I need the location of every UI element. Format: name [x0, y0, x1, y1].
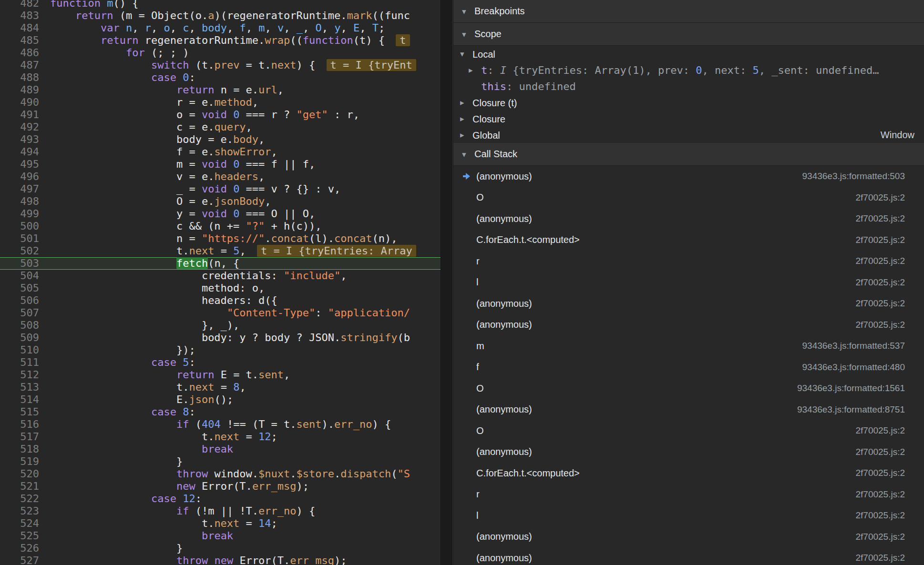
call-stack-frame[interactable]: (anonymous)2f70025.js:2	[453, 526, 924, 548]
code-line-text[interactable]: O = e.jsonBody,	[39, 195, 271, 208]
code-line-text[interactable]: c = e.query,	[39, 121, 252, 133]
code-line-text[interactable]: t.next = 12;	[39, 431, 277, 443]
line-number[interactable]: 503	[0, 257, 39, 270]
code-line-text[interactable]: headers: d({	[39, 294, 277, 307]
code-line-text[interactable]: case 0:	[39, 71, 195, 84]
call-stack-frame[interactable]: (anonymous)2f70025.js:2	[453, 442, 924, 463]
code-line-text[interactable]: case 12:	[39, 493, 202, 505]
code-line-text[interactable]: fetch(n, {	[39, 257, 239, 270]
line-number[interactable]: 504	[0, 270, 39, 282]
line-number[interactable]: 526	[0, 542, 39, 555]
line-number[interactable]: 496	[0, 171, 39, 183]
code-line-text[interactable]: y = void 0 === O || O,	[39, 208, 315, 220]
scope-row[interactable]: ▸Closure (t)	[453, 94, 924, 111]
code-line-text[interactable]: _ = void 0 === v ? {} : v,	[39, 183, 340, 195]
code-line-text[interactable]: var n, r, o, c, body, f, m, v, _, O, y, …	[39, 22, 385, 34]
scope-row[interactable]: ▸t: I {tryEntries: Array(1), prev: 0, ne…	[453, 62, 924, 78]
code-line-text[interactable]: t.next = 14;	[39, 517, 277, 530]
line-number[interactable]: 515	[0, 406, 39, 418]
code-line-text[interactable]: o = void 0 === r ? "get" : r,	[39, 109, 359, 121]
line-number[interactable]: 509	[0, 332, 39, 344]
code-line-text[interactable]: if (404 !== (T = t.sent).err_no) {	[39, 418, 391, 431]
line-number[interactable]: 514	[0, 393, 39, 406]
breakpoints-section-header[interactable]: ▾ Breakpoints	[453, 0, 924, 23]
line-number[interactable]: 484	[0, 22, 39, 34]
line-number[interactable]: 517	[0, 431, 39, 443]
scope-row[interactable]: ▾Local	[453, 46, 924, 62]
chevron-down-icon[interactable]: ▾	[462, 150, 474, 159]
call-stack-frame[interactable]: l2f70025.js:2	[453, 272, 924, 293]
line-number[interactable]: 521	[0, 480, 39, 493]
code-line-text[interactable]: n = "https://".concat(l).concat(n),	[39, 232, 398, 245]
line-number[interactable]: 500	[0, 220, 39, 232]
call-stack-frame[interactable]: (anonymous)93436e3.js:formatted:8751	[453, 399, 924, 421]
call-stack-frame[interactable]: C.forEach.t.<computed>2f70025.js:2	[453, 230, 924, 251]
code-line-text[interactable]: if (!m || !T.err_no) {	[39, 505, 315, 517]
code-line-text[interactable]: credentials: "include",	[39, 270, 347, 282]
line-number[interactable]: 511	[0, 356, 39, 369]
line-number[interactable]: 497	[0, 183, 39, 195]
code-line-text[interactable]: body: y ? body ? JSON.stringify(b	[39, 332, 410, 344]
line-number[interactable]: 520	[0, 468, 39, 480]
code-line-text[interactable]: return E = t.sent,	[39, 369, 290, 381]
line-number[interactable]: 491	[0, 109, 39, 121]
line-number[interactable]: 490	[0, 96, 39, 109]
code-line-text[interactable]: break	[39, 443, 233, 455]
code-line-text[interactable]: v = e.headers,	[39, 171, 265, 183]
call-stack-frame[interactable]: O2f70025.js:2	[453, 420, 924, 442]
call-stack-frame[interactable]: (anonymous)2f70025.js:2	[453, 293, 924, 314]
call-stack-frame[interactable]: r2f70025.js:2	[453, 251, 924, 272]
code-line-text[interactable]: c && (n += "?" + h(c)),	[39, 220, 322, 232]
triangle-right-icon[interactable]: ▸	[460, 114, 472, 123]
line-number[interactable]: 488	[0, 71, 39, 84]
call-stack-frame[interactable]: (anonymous)2f70025.js:2	[453, 208, 924, 230]
code-line-text[interactable]: f = e.showError,	[39, 146, 277, 158]
line-number[interactable]: 507	[0, 307, 39, 319]
call-stack-frame[interactable]: C.forEach.t.<computed>2f70025.js:2	[453, 463, 924, 484]
triangle-right-icon[interactable]: ▸	[460, 130, 472, 140]
line-number[interactable]: 523	[0, 505, 39, 517]
line-number[interactable]: 501	[0, 232, 39, 245]
code-line-text[interactable]: }	[39, 455, 183, 468]
call-stack-frame[interactable]: (anonymous)2f70025.js:2	[453, 314, 924, 336]
call-stack-frame[interactable]: O93436e3.js:formatted:1561	[453, 378, 924, 399]
code-line-text[interactable]: switch (t.prev = t.next) { t = I {tryEnt	[39, 59, 416, 71]
line-number[interactable]: 487	[0, 59, 39, 71]
code-line-text[interactable]: method: o,	[39, 282, 265, 294]
call-stack-section-header[interactable]: ▾ Call Stack	[453, 143, 924, 166]
call-stack-frame[interactable]: (anonymous)93436e3.js:formatted:503	[453, 166, 924, 187]
line-number[interactable]: 522	[0, 493, 39, 505]
line-number[interactable]: 519	[0, 455, 39, 468]
code-line-text[interactable]: throw new Error(T.err_msg);	[39, 555, 347, 565]
code-line-text[interactable]: "Content-Type": "application/	[39, 307, 410, 319]
code-line-text[interactable]: return regeneratorRuntime.wrap((function…	[39, 34, 410, 47]
code-line-text[interactable]: for (; ; )	[39, 47, 189, 59]
line-number[interactable]: 483	[0, 10, 39, 22]
line-number[interactable]: 502	[0, 245, 39, 257]
triangle-right-icon[interactable]: ▸	[460, 98, 472, 107]
line-number[interactable]: 512	[0, 369, 39, 381]
code-line-text[interactable]: }, _),	[39, 319, 239, 332]
code-line-text[interactable]: t.next = 5, t = I {tryEntries: Array	[39, 245, 416, 257]
line-number[interactable]: 485	[0, 34, 39, 47]
code-line-text[interactable]: return n = e.url,	[39, 84, 284, 96]
code-line-text[interactable]: function m() {	[39, 0, 138, 10]
line-number[interactable]: 516	[0, 418, 39, 431]
code-line-text[interactable]: m = void 0 === f || f,	[39, 158, 315, 171]
code-line-text[interactable]: return (m = Object(o.a)(regeneratorRunti…	[39, 10, 410, 22]
line-number[interactable]: 506	[0, 294, 39, 307]
code-line-text[interactable]: }	[39, 542, 183, 555]
triangle-down-icon[interactable]: ▾	[460, 49, 472, 59]
line-number[interactable]: 494	[0, 146, 39, 158]
triangle-right-icon[interactable]: ▸	[469, 65, 481, 75]
call-stack-frame[interactable]: l2f70025.js:2	[453, 505, 924, 526]
call-stack-frame[interactable]: m93436e3.js:formatted:537	[453, 335, 924, 357]
line-number[interactable]: 489	[0, 84, 39, 96]
call-stack-frame[interactable]: f93436e3.js:formatted:480	[453, 357, 924, 378]
line-number[interactable]: 499	[0, 208, 39, 220]
code-line-text[interactable]: case 5:	[39, 356, 195, 369]
line-number[interactable]: 525	[0, 530, 39, 542]
panel-resize-divider[interactable]	[441, 0, 453, 565]
line-number[interactable]: 486	[0, 47, 39, 59]
scope-section-header[interactable]: ▾ Scope	[453, 23, 924, 46]
